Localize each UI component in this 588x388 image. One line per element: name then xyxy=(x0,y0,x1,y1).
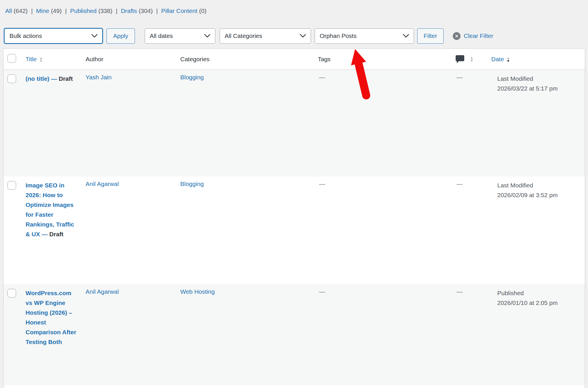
clear-filter-link[interactable]: ✕ Clear Filter xyxy=(453,32,493,40)
orphan-posts-value: Orphan Posts xyxy=(320,32,357,39)
sort-by-title-link[interactable]: Title▲▼ xyxy=(26,56,43,62)
post-title-cell: WordPress.com vs WP Engine Hosting (2026… xyxy=(26,284,86,347)
author-link[interactable]: Yash Jain xyxy=(86,74,112,80)
separator: | xyxy=(65,7,67,14)
category-link[interactable]: Blogging xyxy=(180,74,204,80)
post-categories-cell: Blogging xyxy=(180,176,318,187)
separator: | xyxy=(156,7,158,14)
author-link[interactable]: Anil Agarwal xyxy=(86,288,119,295)
sort-by-date-link[interactable]: Date▲▼ xyxy=(491,56,510,62)
status-count: (49) xyxy=(51,7,61,14)
chevron-down-icon xyxy=(204,34,210,38)
clear-filter-label: Clear Filter xyxy=(464,32,493,39)
sort-desc-active-icon: ▼ xyxy=(506,59,510,62)
status-link-drafts[interactable]: Drafts xyxy=(121,7,137,14)
table-row: Image SEO in 2026: How to Optimize Image… xyxy=(3,176,585,284)
sort-by-comments-link[interactable]: ▲▼ xyxy=(455,55,488,64)
header-cell-title: Title▲▼ xyxy=(26,56,86,63)
post-date-cell: Published 2026/01/10 at 2:05 pm xyxy=(488,284,585,308)
header-cell-checkbox xyxy=(3,54,26,64)
header-cell-tags: Tags xyxy=(318,56,452,63)
category-link[interactable]: Web Hosting xyxy=(180,288,215,295)
filter-button[interactable]: Filter xyxy=(417,28,444,44)
separator: | xyxy=(30,7,33,14)
post-author-cell: Anil Agarwal xyxy=(86,176,180,187)
post-state-label: Draft xyxy=(59,75,73,82)
post-tags-cell: — xyxy=(318,176,452,187)
date-header-label: Date xyxy=(491,56,504,62)
post-categories-cell: Blogging xyxy=(180,70,318,81)
post-comments-cell: — xyxy=(452,176,488,187)
row-checkbox[interactable] xyxy=(7,181,16,190)
header-cell-categories: Categories xyxy=(180,56,318,63)
post-title-link[interactable]: WordPress.com vs WP Engine Hosting (2026… xyxy=(26,290,76,345)
bulk-actions-select[interactable]: Bulk actions xyxy=(4,28,103,44)
categories-value: All Categories xyxy=(225,32,262,39)
post-status-filter-nav: All(642) | Mine(49) | Published(338) | D… xyxy=(0,0,588,14)
post-title-cell: Image SEO in 2026: How to Optimize Image… xyxy=(26,176,86,239)
table-filter-toolbar: Bulk actions Apply All dates All Categor… xyxy=(4,28,588,44)
post-categories-cell: Web Hosting xyxy=(180,284,318,295)
status-link-published[interactable]: Published xyxy=(70,7,96,14)
chevron-down-icon xyxy=(300,34,306,38)
status-filter-mine: Mine(49) xyxy=(36,7,62,14)
title-header-label: Title xyxy=(26,56,37,62)
post-comments-cell: — xyxy=(452,284,488,295)
select-all-checkbox[interactable] xyxy=(7,54,16,63)
dates-select[interactable]: All dates xyxy=(145,28,215,44)
post-comments-cell: — xyxy=(452,70,488,81)
status-link-pillar-content[interactable]: Pillar Content xyxy=(161,7,197,14)
sort-arrows-icon: ▲▼ xyxy=(506,57,510,62)
post-date-value: 2026/02/09 at 3:52 pm xyxy=(497,190,585,200)
post-date-cell: Last Modified 2026/03/22 at 5:17 pm xyxy=(488,70,585,93)
sort-desc-icon: ▼ xyxy=(39,59,43,62)
posts-list-table: Title▲▼ Author Categories Tags ▲▼ Date▲▼… xyxy=(3,48,585,388)
status-count: (304) xyxy=(139,7,153,14)
apply-button[interactable]: Apply xyxy=(107,28,135,44)
post-date-status: Last Modified xyxy=(497,74,585,84)
post-title-cell: (no title) — Draft xyxy=(26,70,86,84)
post-state-label: Draft xyxy=(49,231,63,237)
post-tags-cell: — xyxy=(318,284,452,295)
status-link-mine[interactable]: Mine xyxy=(36,7,49,14)
status-filter-all: All(642) xyxy=(5,7,28,14)
post-date-status: Last Modified xyxy=(497,180,585,190)
post-date-value: 2026/01/10 at 2:05 pm xyxy=(497,298,585,308)
table-row: (no title) — Draft Yash Jain Blogging — … xyxy=(3,70,585,176)
dates-value: All dates xyxy=(150,32,173,39)
categories-select[interactable]: All Categories xyxy=(220,28,311,44)
sort-desc-icon: ▼ xyxy=(470,59,473,62)
post-author-cell: Anil Agarwal xyxy=(86,284,180,295)
status-count: (0) xyxy=(199,7,207,14)
sort-arrows-icon: ▲▼ xyxy=(39,57,43,62)
category-link[interactable]: Blogging xyxy=(180,180,204,187)
post-author-cell: Yash Jain xyxy=(86,70,180,81)
row-checkbox[interactable] xyxy=(7,289,16,297)
table-header-row: Title▲▼ Author Categories Tags ▲▼ Date▲▼ xyxy=(3,49,585,70)
separator: | xyxy=(115,7,118,14)
post-date-status: Published xyxy=(497,288,585,298)
author-link[interactable]: Anil Agarwal xyxy=(86,180,119,187)
status-count: (642) xyxy=(13,7,28,14)
status-count: (338) xyxy=(98,7,112,14)
chevron-down-icon xyxy=(403,34,409,38)
post-title-link[interactable]: Image SEO in 2026: How to Optimize Image… xyxy=(26,182,74,237)
status-link-all[interactable]: All xyxy=(5,7,12,14)
post-date-value: 2026/03/22 at 5:17 pm xyxy=(497,84,585,93)
post-date-cell: Last Modified 2026/02/09 at 3:52 pm xyxy=(488,176,585,200)
orphan-posts-select[interactable]: Orphan Posts xyxy=(315,28,414,44)
comment-bubble-icon xyxy=(455,55,465,64)
dismiss-circle-icon: ✕ xyxy=(453,32,461,40)
status-filter-drafts: Drafts(304) xyxy=(121,7,153,14)
post-title-link[interactable]: (no title) — xyxy=(26,75,57,82)
status-filter-pillar-content: Pillar Content(0) xyxy=(161,7,206,14)
header-cell-comments: ▲▼ xyxy=(452,55,488,64)
header-cell-author: Author xyxy=(86,56,180,63)
sort-arrows-icon: ▲▼ xyxy=(470,56,473,62)
chevron-down-icon xyxy=(91,34,98,38)
table-row: WordPress.com vs WP Engine Hosting (2026… xyxy=(3,284,585,385)
bulk-actions-value: Bulk actions xyxy=(9,32,42,39)
row-checkbox[interactable] xyxy=(7,74,16,83)
post-tags-cell: — xyxy=(318,70,452,81)
status-filter-published: Published(338) xyxy=(70,7,112,14)
